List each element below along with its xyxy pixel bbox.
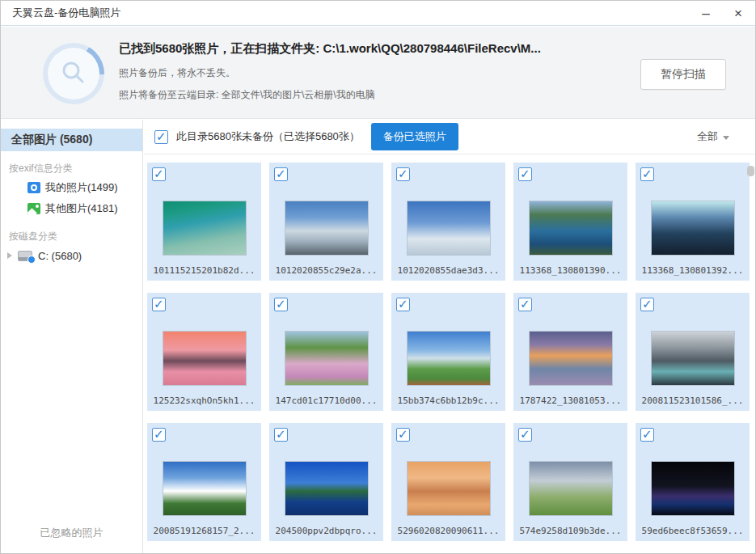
expand-arrow-icon[interactable] bbox=[7, 252, 12, 259]
photo-card[interactable]: 1787422_13081053... bbox=[513, 293, 627, 411]
photo-checkbox[interactable] bbox=[396, 428, 410, 442]
scan-status-text: 已找到5680张照片，正在扫描文件夹: C:\1.work\QQ\2807984… bbox=[119, 41, 634, 57]
sidebar-item-all-photos[interactable]: 全部图片 (5680) bbox=[1, 129, 142, 151]
search-badge-icon bbox=[27, 256, 36, 264]
photo-card[interactable]: 15bb374c6bb12b9c... bbox=[391, 293, 505, 411]
photo-thumbnail[interactable] bbox=[285, 332, 368, 385]
photo-filename: 147cd01c17710d00... bbox=[269, 395, 383, 406]
photo-filename: 1787422_13081053... bbox=[513, 395, 627, 406]
search-icon bbox=[58, 58, 89, 89]
photo-checkbox[interactable] bbox=[640, 428, 654, 442]
main-panel: 此目录5680张未备份（已选择5680张） 备份已选照片 全部 10111521… bbox=[144, 120, 755, 553]
photo-thumbnail[interactable] bbox=[408, 462, 490, 515]
sidebar: 全部图片 (5680) 按exif信息分类 我的照片(1499) 其他图片(41… bbox=[1, 120, 143, 553]
photo-thumbnail[interactable] bbox=[163, 462, 246, 515]
close-button[interactable]: × bbox=[728, 4, 749, 23]
photo-thumbnail[interactable] bbox=[285, 462, 368, 515]
ignored-photos-link[interactable]: 已忽略的照片 bbox=[1, 526, 142, 540]
filter-label: 全部 bbox=[697, 129, 718, 144]
titlebar: 天翼云盘-备份电脑照片 – × bbox=[1, 1, 755, 26]
sidebar-group-disk: 按磁盘分类 bbox=[1, 227, 142, 245]
chevron-down-icon bbox=[723, 136, 729, 140]
photo-checkbox[interactable] bbox=[274, 428, 288, 442]
photo-grid: 101115215201b82d... 1012020855c29e2a... … bbox=[147, 163, 750, 541]
photo-filename: 5296020820090611... bbox=[391, 526, 505, 536]
photo-card[interactable]: 1012020855dae3d3... bbox=[391, 163, 505, 281]
backup-destination-text: 照片将备份至云端目录: 全部文件\我的图片\云相册\我的电脑 bbox=[119, 88, 634, 102]
photo-checkbox[interactable] bbox=[640, 298, 654, 311]
photo-filename: 1012020855dae3d3... bbox=[391, 265, 505, 276]
window-controls: – × bbox=[695, 1, 749, 26]
photo-thumbnail[interactable] bbox=[530, 201, 612, 255]
photo-filename: 101115215201b82d... bbox=[147, 265, 261, 276]
photo-card[interactable]: 59ed6beec8f53659... bbox=[636, 423, 750, 541]
photo-card[interactable]: 113368_130801390... bbox=[513, 163, 627, 281]
app-window: 天翼云盘-备份电脑照片 – × 已找到5680张照片，正在扫描文件夹: C:\1… bbox=[0, 0, 756, 554]
photo-card[interactable]: 101115215201b82d... bbox=[147, 163, 261, 281]
filter-dropdown[interactable]: 全部 bbox=[697, 129, 729, 144]
photo-checkbox[interactable] bbox=[274, 298, 288, 311]
photo-card[interactable]: 200811523101586_... bbox=[636, 293, 750, 411]
selection-toolbar: 此目录5680张未备份（已选择5680张） 备份已选照片 全部 bbox=[144, 120, 755, 154]
photo-thumbnail[interactable] bbox=[163, 201, 246, 255]
photo-thumbnail[interactable] bbox=[652, 332, 734, 385]
selection-info-text: 此目录5680张未备份（已选择5680张） bbox=[176, 129, 360, 144]
photo-card[interactable]: 113368_130801392... bbox=[636, 163, 750, 281]
photo-thumbnail[interactable] bbox=[652, 462, 734, 515]
photo-filename: 113368_130801390... bbox=[513, 265, 627, 276]
scan-progress-spinner bbox=[43, 43, 104, 104]
photo-thumbnail[interactable] bbox=[285, 201, 368, 255]
scrollbar-thumb[interactable] bbox=[747, 166, 754, 176]
image-icon bbox=[27, 203, 40, 214]
photo-checkbox[interactable] bbox=[152, 428, 166, 442]
photo-card[interactable]: 20085191268157_2... bbox=[147, 423, 261, 541]
scrollbar[interactable] bbox=[747, 163, 754, 553]
backup-promise-text: 照片备份后，将永不丢失。 bbox=[119, 66, 634, 80]
disk-drive-icon bbox=[18, 251, 32, 261]
photo-thumbnail[interactable] bbox=[530, 332, 612, 385]
photo-thumbnail[interactable] bbox=[530, 462, 612, 515]
photo-checkbox[interactable] bbox=[274, 167, 288, 181]
sidebar-item-other-images[interactable]: 其他图片(4181) bbox=[1, 198, 142, 219]
photo-filename: 15bb374c6bb12b9c... bbox=[391, 395, 505, 406]
photo-checkbox[interactable] bbox=[518, 298, 532, 311]
sidebar-item-drive-c[interactable]: C: (5680) bbox=[1, 245, 142, 266]
photo-card[interactable]: 574e9258d109b3de... bbox=[513, 423, 627, 541]
photo-thumbnail[interactable] bbox=[408, 332, 490, 385]
photo-filename: 113368_130801392... bbox=[636, 265, 750, 276]
photo-filename: 574e9258d109b3de... bbox=[513, 526, 627, 536]
photo-checkbox[interactable] bbox=[152, 167, 166, 181]
sidebar-item-my-photos[interactable]: 我的照片(1499) bbox=[1, 177, 142, 198]
backup-selected-button[interactable]: 备份已选照片 bbox=[371, 123, 458, 150]
sidebar-item-label: 我的照片(1499) bbox=[45, 180, 118, 195]
photo-card[interactable]: 5296020820090611... bbox=[391, 423, 505, 541]
photo-checkbox[interactable] bbox=[640, 167, 654, 181]
photo-thumbnail[interactable] bbox=[652, 201, 734, 255]
photo-filename: 200811523101586_... bbox=[636, 395, 750, 406]
sidebar-item-label: 其他图片(4181) bbox=[45, 201, 118, 216]
photo-checkbox[interactable] bbox=[518, 167, 532, 181]
photo-card[interactable]: 147cd01c17710d00... bbox=[269, 293, 383, 411]
photo-checkbox[interactable] bbox=[396, 298, 410, 311]
scan-header: 已找到5680张照片，正在扫描文件夹: C:\1.work\QQ\2807984… bbox=[1, 27, 755, 119]
photo-card[interactable]: 125232sxqhOn5kh1... bbox=[147, 293, 261, 411]
sidebar-group-exif: 按exif信息分类 bbox=[1, 159, 142, 177]
camera-icon bbox=[27, 182, 40, 193]
minimize-button[interactable]: – bbox=[695, 4, 716, 23]
photo-thumbnail[interactable] bbox=[163, 332, 246, 385]
photo-filename: 125232sxqhOn5kh1... bbox=[147, 395, 261, 406]
sidebar-item-label: C: (5680) bbox=[38, 250, 82, 262]
photo-checkbox[interactable] bbox=[518, 428, 532, 442]
photo-checkbox[interactable] bbox=[396, 167, 410, 181]
photo-thumbnail[interactable] bbox=[408, 201, 490, 255]
photo-checkbox[interactable] bbox=[152, 298, 166, 311]
photo-filename: 1012020855c29e2a... bbox=[269, 265, 383, 276]
photo-card[interactable]: 1012020855c29e2a... bbox=[269, 163, 383, 281]
photo-filename: 204500ppv2dbpqro... bbox=[269, 526, 383, 536]
pause-scan-button[interactable]: 暂停扫描 bbox=[640, 59, 726, 90]
photo-card[interactable]: 204500ppv2dbpqro... bbox=[269, 423, 383, 541]
window-title: 天翼云盘-备份电脑照片 bbox=[1, 6, 120, 20]
body-area: 全部图片 (5680) 按exif信息分类 我的照片(1499) 其他图片(41… bbox=[1, 120, 755, 553]
select-all-checkbox[interactable] bbox=[154, 130, 168, 144]
photo-filename: 59ed6beec8f53659... bbox=[636, 526, 750, 536]
